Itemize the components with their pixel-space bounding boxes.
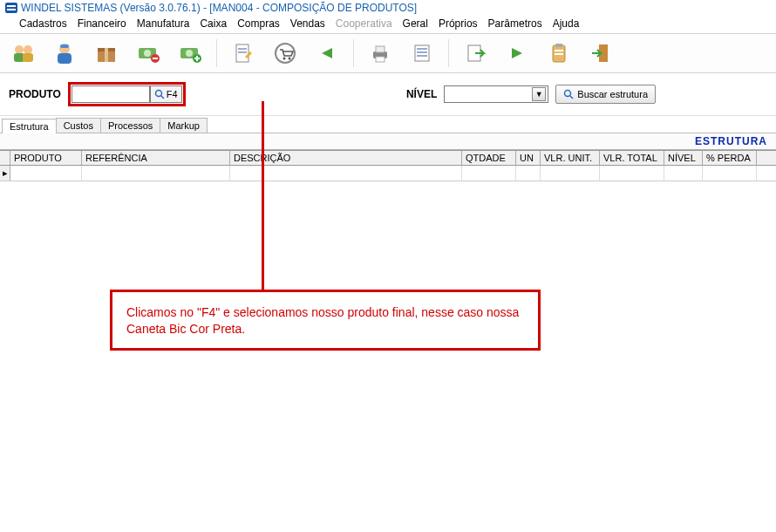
svg-rect-37 [555, 44, 562, 47]
svg-point-43 [565, 91, 571, 97]
menu-parametros[interactable]: Parâmetros [488, 17, 542, 30]
tab-markup[interactable]: Markup [160, 118, 208, 133]
menu-ajuda[interactable]: Ajuda [553, 17, 580, 30]
menu-caixa[interactable]: Caixa [200, 17, 227, 30]
menu-financeiro[interactable]: Financeiro [78, 17, 126, 30]
menu-cooperativa: Cooperativa [336, 17, 392, 30]
toolbar-sep-3 [448, 39, 449, 67]
doc-edit-icon[interactable] [228, 38, 259, 69]
col-nivel[interactable]: NÍVEL [664, 151, 703, 165]
svg-rect-29 [376, 46, 385, 52]
menu-manufatura[interactable]: Manufatura [137, 17, 190, 30]
printer-icon[interactable] [364, 38, 396, 69]
sheet-arrow-icon[interactable] [459, 38, 491, 69]
exit-door-icon[interactable] [585, 38, 616, 69]
svg-rect-24 [238, 51, 247, 53]
person-icon[interactable] [49, 38, 80, 69]
produto-label: PRODUTO [9, 88, 61, 100]
svg-rect-34 [417, 55, 427, 57]
svg-rect-9 [60, 44, 69, 48]
arrow-left-green-icon[interactable] [311, 38, 343, 69]
produto-input[interactable] [71, 85, 150, 103]
toolbar-sep-2 [353, 39, 354, 67]
svg-rect-32 [417, 48, 427, 50]
toolbar-sep-1 [216, 39, 217, 67]
menu-proprios[interactable]: Próprios [439, 17, 478, 30]
f4-button[interactable]: F4 [150, 85, 182, 103]
row-marker-icon: ▸ [0, 166, 10, 181]
annotation-line [262, 101, 264, 290]
svg-rect-30 [376, 57, 385, 62]
cart-icon[interactable] [269, 38, 301, 69]
svg-rect-0 [5, 3, 17, 13]
menu-geral[interactable]: Geral [403, 17, 428, 30]
chevron-down-icon: ▼ [532, 87, 546, 101]
svg-point-41 [155, 91, 161, 97]
tab-processos[interactable]: Processos [100, 118, 160, 133]
col-vlr-total[interactable]: VLR. TOTAL [600, 151, 664, 165]
svg-point-5 [24, 45, 32, 54]
svg-line-42 [161, 96, 164, 99]
svg-rect-16 [153, 58, 158, 59]
col-un[interactable]: UN [516, 151, 541, 165]
annotation-text: Clicamos no "F4" e selecionamos nosso pr… [126, 305, 519, 336]
clipboard-icon[interactable] [543, 38, 575, 69]
col-descricao[interactable]: DESCRIÇÃO [230, 151, 462, 165]
svg-rect-1 [7, 5, 16, 7]
svg-rect-8 [58, 53, 71, 64]
svg-rect-38 [555, 50, 563, 51]
menu-bar: Cadastros Financeiro Manufatura Caixa Co… [0, 16, 776, 34]
svg-rect-2 [7, 9, 16, 10]
annotation-box: Clicamos no "F4" e selecionamos nosso pr… [110, 290, 541, 351]
money-remove-icon[interactable] [133, 38, 164, 69]
tab-custos[interactable]: Custos [56, 118, 101, 133]
svg-point-26 [283, 58, 286, 60]
grid: PRODUTO REFERÊNCIA DESCRIÇÃO QTDADE UN V… [0, 150, 776, 181]
sheet-icon[interactable] [406, 38, 438, 69]
tab-estrutura[interactable]: Estrutura [2, 119, 57, 133]
app-icon [5, 3, 17, 13]
col-vlr-unit[interactable]: VLR. UNIT. [541, 151, 600, 165]
svg-rect-21 [196, 56, 198, 61]
table-row[interactable]: ▸ [0, 166, 776, 181]
col-perda[interactable]: % PERDA [703, 151, 757, 165]
search-icon [154, 89, 165, 99]
search-icon [563, 89, 574, 99]
col-qtdade[interactable]: QTDADE [462, 151, 516, 165]
tabs: Estrutura Custos Processos Markup [0, 116, 776, 133]
svg-rect-12 [105, 48, 108, 62]
buscar-estrutura-button[interactable]: Buscar estrutura [555, 85, 656, 104]
f4-label: F4 [167, 89, 178, 99]
row-marker-header [0, 151, 10, 165]
filter-row: PRODUTO F4 NÍVEL ▼ Buscar estrutura [0, 73, 776, 116]
menu-cadastros[interactable]: Cadastros [19, 17, 67, 30]
svg-line-44 [570, 96, 573, 99]
grid-header: PRODUTO REFERÊNCIA DESCRIÇÃO QTDADE UN V… [0, 151, 776, 166]
f4-highlight: F4 [68, 82, 186, 106]
svg-point-3 [15, 45, 24, 54]
structure-title: ESTRUTURA [0, 133, 776, 150]
title-bar: WINDEL SISTEMAS (Versão 3.0.76.1) - [MAN… [0, 0, 776, 16]
nivel-select[interactable]: ▼ [444, 85, 548, 103]
svg-point-27 [289, 58, 291, 60]
col-produto[interactable]: PRODUTO [10, 151, 82, 165]
menu-vendas[interactable]: Vendas [290, 17, 325, 30]
money-add-icon[interactable] [174, 38, 206, 69]
window-title: WINDEL SISTEMAS (Versão 3.0.76.1) - [MAN… [21, 2, 417, 14]
users-icon[interactable] [7, 38, 38, 69]
package-icon[interactable] [91, 38, 122, 69]
menu-compras[interactable]: Compras [237, 17, 280, 30]
col-referencia[interactable]: REFERÊNCIA [82, 151, 230, 165]
nivel-label: NÍVEL [406, 88, 437, 100]
svg-point-14 [144, 50, 151, 57]
svg-rect-39 [555, 53, 563, 55]
svg-rect-6 [23, 53, 33, 62]
svg-rect-23 [238, 48, 247, 50]
svg-point-18 [186, 50, 193, 57]
toolbar [0, 34, 776, 73]
arrow-right-green-icon[interactable] [501, 38, 533, 69]
svg-rect-33 [417, 51, 427, 53]
buscar-label: Buscar estrutura [577, 89, 648, 99]
